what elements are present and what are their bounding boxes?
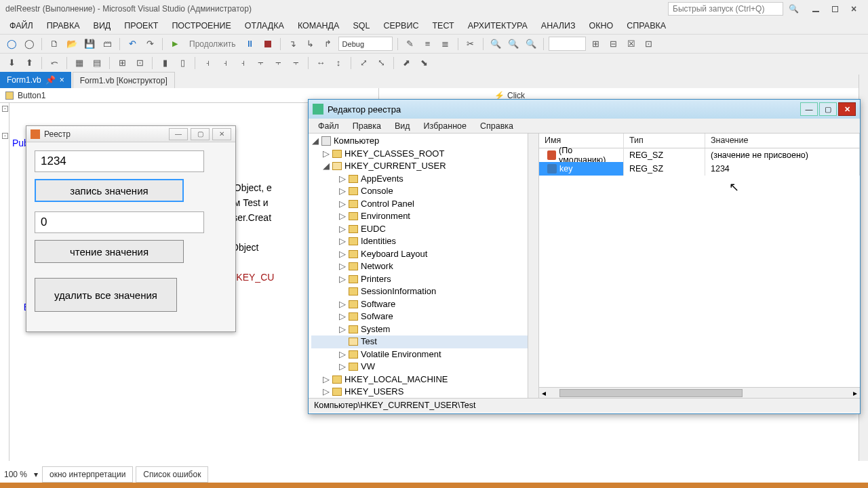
expand-icon[interactable]: ▷ (322, 148, 330, 161)
expand-icon[interactable]: ▷ (338, 235, 346, 248)
expand-icon[interactable]: ▷ (338, 198, 346, 211)
tree-item[interactable]: Console (361, 185, 393, 198)
regedit-minimize-button[interactable]: — (800, 102, 818, 116)
menu-window[interactable]: ОКНО (583, 19, 620, 33)
tree-item[interactable]: AppEvents (361, 173, 403, 186)
tree-item[interactable]: Printers (361, 273, 391, 286)
redo-icon[interactable]: ↷ (142, 37, 157, 52)
tool-icon[interactable]: ⊞ (115, 56, 130, 70)
input-value2[interactable]: 0 (35, 211, 204, 233)
tool-icon[interactable]: ⤺ (47, 56, 62, 70)
pause-icon[interactable]: ⏸ (243, 37, 258, 52)
expand-icon[interactable]: ▷ (338, 348, 346, 361)
menu-sql[interactable]: SQL (346, 19, 376, 33)
align-icon[interactable]: ⫟ (271, 56, 285, 70)
tree-item[interactable]: Environment (361, 210, 410, 223)
form-title-bar[interactable]: Реестр — ▢ ✕ (26, 126, 235, 142)
close-tab-icon[interactable]: × (60, 75, 64, 85)
expand-icon[interactable]: ▷ (322, 373, 330, 386)
menu-tools[interactable]: СЕРВИС (376, 19, 425, 33)
col-type[interactable]: Тип (624, 134, 705, 148)
horizontal-scrollbar[interactable]: ◂ ▸ (539, 387, 860, 398)
pin-icon[interactable]: 📌 (45, 75, 56, 85)
expand-icon[interactable]: ▷ (338, 248, 346, 261)
tree-scrollbar[interactable] (528, 134, 538, 398)
expand-icon[interactable]: ▷ (322, 386, 330, 398)
expand-icon[interactable]: ▷ (338, 185, 346, 198)
expand-icon[interactable]: ▷ (338, 273, 346, 286)
step-into-icon[interactable]: ↳ (303, 37, 318, 52)
zoom-level[interactable]: 100 % (4, 470, 34, 479)
tree-item[interactable]: System (361, 323, 390, 336)
tool-icon[interactable]: ✎ (403, 37, 418, 52)
form-maximize-button[interactable]: ▢ (191, 128, 210, 140)
tree-item[interactable]: Identities (361, 235, 396, 248)
tree-item[interactable]: Keyboard Layout (361, 248, 427, 261)
find-icon[interactable]: 🔍 (506, 37, 521, 52)
tool-icon[interactable]: ⊡ (132, 56, 147, 70)
form-close-button[interactable]: ✕ (212, 128, 231, 140)
menu-debug[interactable]: ОТЛАДКА (238, 19, 291, 33)
rg-menu-help[interactable]: Справка (473, 119, 520, 133)
tool-icon[interactable]: ☒ (624, 37, 639, 52)
search-icon[interactable]: 🔍 (789, 4, 799, 14)
rg-menu-edit[interactable]: Правка (346, 119, 388, 133)
order-icon[interactable]: ⬈ (399, 56, 414, 70)
expand-icon[interactable]: ▷ (338, 210, 346, 223)
save-icon[interactable]: 💾 (82, 37, 97, 52)
vs-minimize-button[interactable] (807, 1, 825, 16)
nav-fwd-icon[interactable]: ◯ (22, 37, 37, 52)
expand-icon[interactable]: ▷ (338, 298, 346, 311)
quick-launch-input[interactable]: Быстрый запуск (Ctrl+Q) (668, 2, 783, 16)
tool-icon[interactable]: ⬇ (4, 56, 19, 70)
expand-icon[interactable]: ▷ (338, 361, 346, 373)
expand-icon[interactable]: ▷ (338, 310, 346, 323)
tree-item[interactable]: Volatile Environment (361, 348, 441, 361)
rg-menu-fav[interactable]: Избранное (417, 119, 473, 133)
menu-team[interactable]: КОМАНДА (291, 19, 346, 33)
tool-icon[interactable]: ▦ (72, 56, 87, 70)
empty-combo[interactable] (549, 37, 586, 51)
tab-form1-vb[interactable]: Form1.vb 📌 × (0, 72, 71, 88)
align-icon[interactable]: ⫟ (253, 56, 268, 70)
tool-icon[interactable]: ⊟ (606, 37, 621, 52)
vs-close-button[interactable]: × (845, 1, 863, 16)
expand-icon[interactable]: ▷ (338, 323, 346, 336)
regedit-maximize-button[interactable]: ▢ (819, 102, 837, 116)
tool-icon[interactable]: ≣ (438, 37, 453, 52)
align-icon[interactable]: ⫞ (200, 56, 215, 70)
order-icon[interactable]: ⬊ (416, 56, 431, 70)
tree-item[interactable]: Компьютер (334, 135, 379, 148)
menu-test[interactable]: ТЕСТ (425, 19, 460, 33)
spacing-icon[interactable]: ⤢ (356, 56, 371, 70)
open-file-icon[interactable]: 📂 (64, 37, 79, 52)
tool-icon[interactable]: ▤ (90, 56, 104, 70)
tree-item[interactable]: Network (361, 260, 393, 273)
tool-icon[interactable]: ⬆ (22, 56, 37, 70)
menu-architecture[interactable]: АРХИТЕКТУРА (461, 19, 534, 33)
vs-maximize-button[interactable] (826, 1, 844, 16)
tree-item-selected[interactable]: Test (361, 336, 377, 348)
step-over-icon[interactable]: ↴ (285, 37, 300, 52)
read-value-button[interactable]: чтение значения (35, 240, 184, 263)
menu-view[interactable]: ВИД (87, 19, 118, 33)
tree-item[interactable]: Software (361, 298, 395, 311)
scroll-thumb[interactable] (559, 389, 743, 397)
step-out-icon[interactable]: ↱ (321, 37, 336, 52)
tree-item[interactable]: VW (361, 361, 375, 373)
rg-menu-file[interactable]: Файл (311, 119, 346, 133)
registry-values-list[interactable]: Имя Тип Значение (По умолчанию) REG_SZ (… (539, 134, 860, 398)
spacing-icon[interactable]: ↔ (313, 56, 328, 70)
menu-help[interactable]: СПРАВКА (620, 19, 673, 33)
nav-back-icon[interactable]: ◯ (4, 37, 19, 52)
error-list-tab[interactable]: Список ошибок (136, 466, 208, 483)
tree-item[interactable]: Sofware (361, 310, 393, 323)
write-value-button[interactable]: запись значения (35, 179, 184, 202)
menu-project[interactable]: ПРОЕКТ (117, 19, 165, 33)
tool-icon[interactable]: ⊞ (589, 37, 604, 52)
continue-button[interactable]: ▶ (167, 37, 182, 52)
collapse-icon[interactable]: - (2, 133, 8, 139)
menu-file[interactable]: ФАЙЛ (3, 19, 40, 33)
value-row[interactable]: (По умолчанию) REG_SZ (значение не присв… (539, 148, 860, 162)
expand-icon[interactable]: ◢ (322, 160, 330, 173)
